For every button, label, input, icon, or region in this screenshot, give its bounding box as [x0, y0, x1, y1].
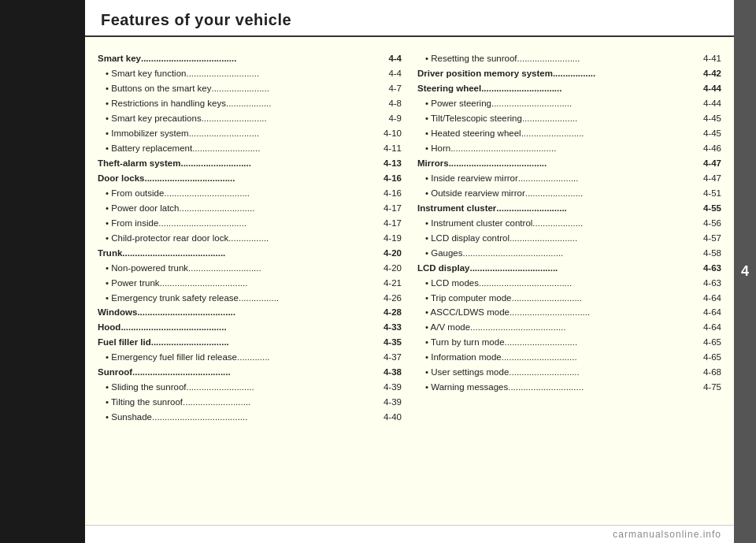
toc-label: • Warning messages: [417, 380, 508, 395]
toc-dots: ................................: [491, 96, 696, 111]
toc-label: • Inside rearview mirror: [417, 171, 518, 186]
toc-entry: • Tilting the sunroof ..................…: [98, 395, 402, 410]
toc-dots: ........................: [518, 171, 696, 186]
toc-page: 4-20: [376, 261, 402, 276]
toc-dots: ..........................: [202, 111, 376, 126]
toc-label: Door locks: [98, 171, 144, 186]
toc-dots: .......................................: [132, 365, 376, 380]
toc-page: 4-11: [376, 141, 402, 156]
toc-label: • Immobilizer system: [98, 126, 189, 141]
toc-page: 4-63: [696, 261, 721, 276]
toc-page: 4-41: [696, 51, 721, 66]
toc-dots: ........................................: [463, 246, 697, 261]
toc-page: 4-65: [696, 350, 721, 365]
toc-dots: ......................: [522, 111, 696, 126]
toc-dots: ...................................: [158, 216, 376, 231]
toc-dots: ..................................: [164, 186, 376, 201]
toc-entry: • Warning messages .....................…: [417, 380, 721, 395]
toc-label: Fuel filler lid: [98, 335, 151, 350]
toc-label: • Buttons on the smart key: [98, 81, 211, 96]
toc-entry: Fuel filler lid ........................…: [98, 335, 402, 350]
toc-entry: • Instrument cluster control ...........…: [417, 216, 721, 231]
toc-dots: ................: [228, 231, 376, 246]
toc-label: • Smart key function: [98, 66, 186, 81]
toc-label: • LCD display control: [417, 231, 510, 246]
toc-page: 4-64: [696, 291, 721, 306]
toc-label: • A/V mode: [417, 320, 470, 335]
toc-label: • Heated steering wheel: [417, 126, 521, 141]
toc-entry: • Sunshade .............................…: [98, 410, 402, 425]
toc-label: • Smart key precautions: [98, 111, 202, 126]
toc-page: 4-20: [376, 246, 402, 261]
toc-page: 4-64: [696, 320, 721, 335]
toc-page: 4-47: [696, 156, 721, 171]
toc-label: • Resetting the sunroof: [417, 51, 517, 66]
toc-label: • Sunshade: [98, 410, 152, 425]
toc-entry: Instrument cluster .....................…: [417, 201, 721, 216]
toc-page: 4-4: [376, 66, 402, 81]
toc-dots: .......................................: [137, 305, 376, 320]
toc-label: LCD display: [417, 261, 469, 276]
toc-label: • Turn by turn mode: [417, 335, 505, 350]
toc-entry: • Child-protector rear door lock .......…: [98, 231, 402, 246]
toc-dots: ...........................: [510, 231, 696, 246]
toc-entry: • LCD display control ..................…: [417, 231, 721, 246]
toc-label: Theft-alarm system: [98, 156, 180, 171]
toc-page: 4-26: [376, 291, 402, 306]
toc-label: • Emergency fuel filler lid release: [98, 350, 237, 365]
page-title: Features of your vehicle: [101, 11, 718, 29]
toc-entry: Trunk ..................................…: [98, 246, 402, 261]
toc-label: • Child-protector rear door lock: [98, 231, 228, 246]
toc-entry: • Heated steering wheel ................…: [417, 126, 721, 141]
toc-page: 4-45: [696, 126, 721, 141]
toc-page: 4-17: [376, 216, 402, 231]
toc-label: • From outside: [98, 186, 164, 201]
toc-entry: • Horn .................................…: [417, 141, 721, 156]
toc-entry: Theft-alarm system .....................…: [98, 156, 402, 171]
toc-label: • Instrument cluster control: [417, 216, 532, 231]
toc-dots: ...................................: [469, 261, 696, 276]
toc-label: • ASCC/LDWS mode: [417, 305, 510, 320]
toc-page: 4-44: [696, 96, 721, 111]
toc-entry: • Emergency fuel filler lid release ....…: [98, 350, 402, 365]
toc-entry: Smart key ..............................…: [98, 51, 402, 66]
toc-entry: • Gauges ...............................…: [417, 246, 721, 261]
toc-label: Sunroof: [98, 365, 132, 380]
left-black-bar: [0, 0, 85, 543]
toc-entry: LCD display ............................…: [417, 261, 721, 276]
toc-label: • Restrictions in handling keys: [98, 96, 226, 111]
toc-label: Driver position memory system: [417, 66, 553, 81]
page-header: Features of your vehicle: [85, 0, 734, 37]
toc-page: 4-65: [696, 335, 721, 350]
toc-dots: .......................................: [449, 156, 696, 171]
toc-dots: ..............................: [502, 350, 696, 365]
toc-dots: ................................: [510, 305, 696, 320]
toc-entry: • Outside rearview mirror ..............…: [417, 186, 721, 201]
page-footer: carmanualsonline.info: [85, 525, 734, 543]
toc-entry: • LCD modes ............................…: [417, 276, 721, 291]
toc-dots: ....................: [532, 216, 696, 231]
toc-page: 4-75: [696, 380, 721, 395]
toc-label: • Power door latch: [98, 201, 180, 216]
content-area: Smart key ..............................…: [85, 37, 734, 525]
toc-page: 4-37: [376, 350, 402, 365]
toc-dots: .....................................: [479, 276, 696, 291]
toc-label: • Emergency trunk safety release: [98, 291, 239, 306]
toc-page: 4-63: [696, 276, 721, 291]
toc-entry: • Emergency trunk safety release .......…: [98, 291, 402, 306]
toc-page: 4-16: [376, 186, 402, 201]
toc-dots: ..............................: [508, 380, 696, 395]
toc-entry: • Power trunk ..........................…: [98, 276, 402, 291]
toc-label: • Tilting the sunroof: [98, 395, 183, 410]
toc-page: 4-13: [376, 156, 402, 171]
toc-entry: • Non-powered trunk ....................…: [98, 261, 402, 276]
right-toc-column: • Resetting the sunroof ................…: [410, 51, 721, 519]
toc-dots: ...................................: [160, 276, 376, 291]
toc-page: 4-19: [376, 231, 402, 246]
toc-dots: ..............................: [180, 201, 376, 216]
toc-label: • Non-powered trunk: [98, 261, 188, 276]
toc-entry: • Information mode .....................…: [417, 350, 721, 365]
toc-entry: • Tilt/Telescopic steering .............…: [417, 111, 721, 126]
toc-dots: ........................................…: [122, 246, 376, 261]
toc-dots: .............................: [188, 261, 376, 276]
